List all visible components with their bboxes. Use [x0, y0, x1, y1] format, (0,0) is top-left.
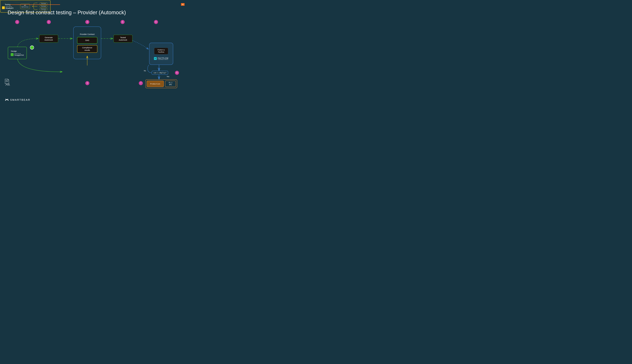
compliance-box: Compliance results: [77, 45, 97, 53]
step-badge-6a: 6: [154, 20, 158, 24]
smartbear-logo: SMARTBEAR: [5, 98, 30, 101]
production-label: Production: [146, 81, 164, 87]
can-i-deploy-box: can-i-deploy?: [152, 71, 168, 75]
testcase-1: Testcase: [40, 2, 48, 5]
step-badge-1: 1: [15, 20, 19, 24]
generate-automock-box: Generate Automock: [39, 35, 58, 42]
smartbear-text: SMARTBEAR: [10, 98, 30, 101]
accent-line: [10, 4, 60, 5]
readyapi-brand: SMARTBEAR: [6, 6, 14, 7]
svg-point-4: [8, 84, 9, 85]
no-label: No: [144, 70, 146, 72]
step-badge-3: 3: [85, 81, 89, 85]
pactflow-name: PACTFLOW: [158, 57, 168, 59]
step-badge-6b: 6: [175, 71, 179, 75]
smartbear-icon: [5, 98, 9, 101]
oas-box: OAS: [77, 37, 97, 44]
slide-number-badge: 60: [181, 3, 184, 6]
tested-automock-box: Tested Automock: [114, 35, 132, 42]
step-badge-5: 5: [120, 20, 125, 24]
swaggerhub-logo: { } SMARTBEAR SwaggerHub: [11, 53, 24, 56]
readyapi-name: ReadyAPI: [6, 7, 14, 9]
swaggerhub-brand: SMARTBEAR: [14, 53, 24, 54]
production-box: Production V1.1 API: [145, 79, 177, 88]
testcase-3: Testcase: [40, 8, 48, 10]
json-icon: {··}: [30, 46, 34, 50]
slide-title: Design first contract testing – Provider…: [8, 10, 126, 16]
design-box: Design { } SMARTBEAR SwaggerHub: [8, 47, 27, 59]
document-people-icon: [4, 78, 12, 86]
testcase-2: Testcase: [40, 5, 48, 8]
swaggerhub-icon: { }: [11, 53, 14, 56]
readyapi-icon: ✓: [2, 6, 5, 9]
tested-label: Tested Automock: [114, 35, 132, 42]
pactflow-logo: PACTFLOW A SMARTBEAR COMPANY: [154, 57, 168, 60]
publish-box: Publish to Pactflow: [154, 48, 168, 54]
generate-label: Generate Automock: [39, 35, 58, 42]
yes-label: Yes: [166, 76, 169, 78]
step-badge-2: 2: [47, 20, 51, 24]
provider-contract-title: Provider Contract: [80, 33, 95, 35]
version-label: V1.1 API: [165, 81, 176, 87]
design-label: Design: [11, 50, 17, 52]
swaggerhub-name: SwaggerHub: [14, 54, 24, 56]
provider-contract-box: Provider Contract OAS Compliance results: [73, 26, 101, 59]
step-badge-7: 7: [139, 81, 143, 85]
testing-label: Testing: [5, 4, 10, 6]
pactflow-icon: [154, 57, 157, 60]
step-badge-4: 4: [85, 20, 89, 24]
svg-point-3: [6, 83, 8, 84]
testcases-group: Testcase Testcase Testcase: [40, 2, 48, 10]
readyapi-logo: ✓ SMARTBEAR ReadyAPI: [2, 6, 14, 9]
pactflow-box: Publish to Pactflow PACTFLOW A SMARTBEAR…: [149, 43, 173, 65]
pactflow-sub: A SMARTBEAR COMPANY: [158, 59, 168, 60]
